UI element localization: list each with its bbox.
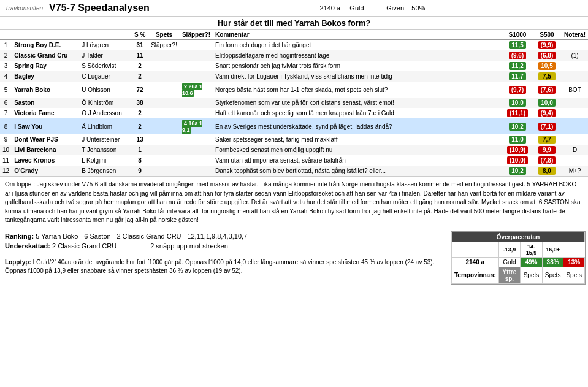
lopptyp-label: Lopptyp: <box>5 259 31 266</box>
row-noter <box>562 134 588 145</box>
page-wrapper: Travkonsulten V75-7 Speedanalysen 2140 a… <box>0 0 588 285</box>
s1000-badge: 10,0 <box>509 99 526 107</box>
row-horse: Lavec Kronos <box>12 155 79 166</box>
ranking-value: 5 Yarrah Boko - 6 Saston - 2 Classic Gra… <box>36 232 247 240</box>
row-kommentar: Vann utan att imponera senast, svårare b… <box>213 155 503 166</box>
row-noter <box>562 40 588 51</box>
underskattad-line: Underskattad: 2 Classic Grand CRU 2 snäp… <box>5 242 440 250</box>
s500-badge: (7,8) <box>538 156 556 164</box>
s500-badge: (7,6) <box>538 86 556 94</box>
table-row: 9Dont Wear PJSJ Untersteiner13Säker spet… <box>0 134 588 145</box>
overpace-table: Överpacerutan -13,914-15,916,0+ 2140 aGu… <box>451 231 586 285</box>
row-slapps <box>180 50 213 61</box>
row-noter <box>562 71 588 82</box>
row-slapps <box>180 61 213 71</box>
row-horse: Yarrah Boko <box>12 82 79 98</box>
row-s1000: (10,9) <box>503 145 532 155</box>
bottom-left: Ranking: 5 Yarrah Boko - 6 Saston - 2 Cl… <box>0 229 445 278</box>
s1000-badge: 11,5 <box>509 41 526 49</box>
s1000-badge: 11,2 <box>509 62 526 70</box>
row-noter <box>562 98 588 108</box>
logo: Travkonsulten <box>5 5 43 12</box>
row-s500: (7,1) <box>532 118 562 134</box>
overpace-col-header: -13,9 <box>498 242 521 257</box>
row-s1000: (9,7) <box>503 82 532 98</box>
overpace-cell: 38% <box>542 257 563 267</box>
table-row: 6SastonÖ Kihlström38Styrkefenomen som va… <box>0 98 588 108</box>
row-s1000: 10,2 <box>503 166 532 176</box>
row-kommentar: Styrkefenomen som var ute på för kort di… <box>213 98 503 108</box>
s500-badge: (6,8) <box>538 52 556 59</box>
ranking-label: Ranking: <box>5 232 34 240</box>
row-s-pct: 72 <box>131 82 148 98</box>
table-row: 12O'GradyB Jörgensen9Dansk topphäst som … <box>0 166 588 176</box>
row-horse: Saston <box>12 98 79 108</box>
row-spets <box>148 71 180 82</box>
result-label: Guld <box>349 4 364 12</box>
row-num: 5 <box>0 82 12 98</box>
th-slapps: Släpper?! <box>180 30 213 40</box>
overpace-cell: Spets <box>521 267 543 283</box>
s500-badge: (9,9) <box>538 41 556 49</box>
row-jockey: L Kolgjini <box>79 155 131 166</box>
row-s500: 10,5 <box>532 61 562 71</box>
row-s-pct: 38 <box>131 98 148 108</box>
row-num: 8 <box>0 118 12 134</box>
row-s500: 10,0 <box>532 98 562 108</box>
row-num: 10 <box>0 145 12 155</box>
overpace-cell: Spets <box>563 267 585 283</box>
row-horse: Strong Boy D.E. <box>12 40 79 51</box>
row-s1000: (9,6) <box>503 50 532 61</box>
row-s500: 8,0 <box>532 166 562 176</box>
row-s1000: 11,5 <box>503 40 532 51</box>
row-horse: Spring Ray <box>12 61 79 71</box>
table-row: 7Victoria FameO J Andersson2Haft ett kan… <box>0 108 588 118</box>
row-slapps <box>180 155 213 166</box>
overpace-row: 2140 aGuld49%38%13% <box>452 257 585 267</box>
row-s-pct: 8 <box>131 155 148 166</box>
th-num <box>0 30 12 40</box>
row-kommentar: Haft ett kanonår och speedig som få men … <box>213 108 503 118</box>
table-row: 10Livi BarcelonaT Johansson1Formbesked s… <box>0 145 588 155</box>
row-jockey: O J Andersson <box>79 108 131 118</box>
s500-badge: 8,0 <box>538 167 556 175</box>
row-noter: BOT <box>562 82 588 98</box>
pct-label: 50% <box>411 4 425 12</box>
row-s500: (9,9) <box>532 40 562 51</box>
row-spets: Släpper?! <box>148 40 180 51</box>
row-noter: D <box>562 145 588 155</box>
row-s-pct: 2 <box>131 71 148 82</box>
row-spets <box>148 61 180 71</box>
row-jockey: C Lugauer <box>79 71 131 82</box>
row-s500: 7,5 <box>532 71 562 82</box>
row-s1000: 10,0 <box>503 98 532 108</box>
row-spets <box>148 118 180 134</box>
s500-badge: 10,0 <box>538 99 556 107</box>
row-slapps <box>180 134 213 145</box>
row-slapps <box>180 166 213 176</box>
table-row: 1Strong Boy D.E.J Lövgren31Släpper?!Fin … <box>0 40 588 51</box>
overpace-cell: Tempovinnare <box>452 267 499 283</box>
s1000-badge: (10,0) <box>507 156 528 164</box>
row-jockey: U Ohlsson <box>79 82 131 98</box>
page-header: Travkonsulten V75-7 Speedanalysen 2140 a… <box>0 0 588 17</box>
row-kommentar: Fin form och duger i det här gänget <box>213 40 503 51</box>
underskattad-label: Underskattad: <box>5 242 50 250</box>
th-horse <box>12 30 79 40</box>
row-num: 6 <box>0 98 12 108</box>
overpace-inner-table: Överpacerutan -13,914-15,916,0+ 2140 aGu… <box>451 232 585 284</box>
row-s500: 9,9 <box>532 145 562 155</box>
row-noter: M+? <box>562 166 588 176</box>
row-horse: Victoria Fame <box>12 108 79 118</box>
s1000-badge: 11,7 <box>509 72 526 80</box>
row-jockey: J Lövgren <box>79 40 131 51</box>
s1000-badge: 11,0 <box>509 136 526 144</box>
table-row: 2Classic Grand CruJ Takter11Elitloppsdel… <box>0 50 588 61</box>
lopptyp-section: Lopptyp: I Guld/2140auto är det avgörand… <box>0 256 445 278</box>
row-kommentar: Norges bästa häst som har 1-1 efter skad… <box>213 82 503 98</box>
overpace-header: Överpacerutan <box>452 232 585 242</box>
ranking-line: Ranking: 5 Yarrah Boko - 6 Saston - 2 Cl… <box>5 232 440 240</box>
row-kommentar: Elitloppsdeltagare med högintressant läg… <box>213 50 503 61</box>
row-slapps: 4 16a 1 9,1 <box>180 118 213 134</box>
row-s1000: (11,1) <box>503 108 532 118</box>
